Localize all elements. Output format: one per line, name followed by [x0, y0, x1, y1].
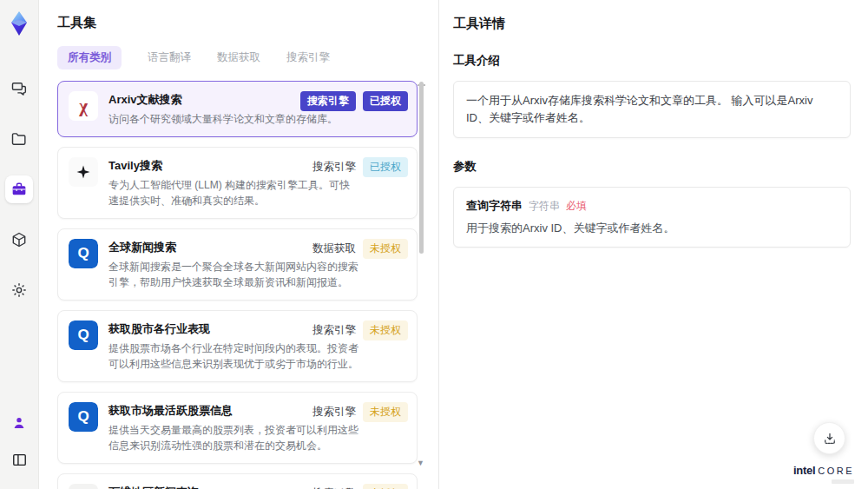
category-badge: 搜索引擎 [312, 323, 356, 338]
panel-toggle-icon [11, 452, 28, 468]
param-desc: 用于搜索的Arxiv ID、关键字或作者姓名。 [466, 221, 838, 236]
app-logo-icon[interactable] [6, 10, 32, 36]
gear-icon [10, 281, 28, 299]
tool-description: 全球新闻搜索是一个聚合全球各大新闻网站内容的搜索引擎，帮助用户快速获取全球最新资… [108, 259, 358, 290]
sidebar-item-chat[interactable] [5, 75, 33, 102]
auth-status-badge: 未授权 [363, 484, 408, 489]
tool-badges: 数据获取 未授权 [312, 239, 408, 259]
tool-card[interactable]: χ Q 获取市场最活跃股票信息 提供当天交易量最高的股票列表，投资者可以利用这些… [57, 392, 418, 464]
sidebar-item-packages[interactable] [5, 226, 33, 254]
intro-heading: 工具介绍 [453, 53, 851, 69]
category-tabs: 所有类别语言翻译数据获取搜索引擎 [57, 46, 438, 69]
tool-card[interactable]: χ Q 全球新闻搜索 全球新闻搜索是一个聚合全球各大新闻网站内容的搜索引擎，帮助… [57, 228, 418, 301]
tool-icon: χ Q [69, 484, 98, 489]
param-required-badge: 必填 [566, 199, 587, 214]
param-box: 查询字符串 字符串 必填 用于搜索的Arxiv ID、关键字或作者姓名。 [453, 187, 851, 248]
toolbox-icon [10, 181, 28, 198]
tool-card[interactable]: χ Q 获取股市各行业表现 提供股票市场各个行业在特定时间段内的表现。投资者可以… [57, 310, 418, 382]
auth-status-badge: 未授权 [363, 239, 408, 259]
category-badge: 搜索引擎 [312, 160, 356, 175]
tab-3[interactable]: 搜索引擎 [286, 46, 330, 69]
category-badge: 搜索引擎 [300, 91, 356, 111]
sidebar-item-collapse[interactable] [5, 446, 33, 473]
detail-panel: 工具详情 工具介绍 一个用于从Arxiv存储库搜索科学论文和文章的工具。 输入可… [438, 0, 868, 489]
tool-card[interactable]: χ Q Tavily搜索 专为人工智能代理 (LLM) 构建的搜索引擎工具。可快… [57, 147, 418, 219]
core-wordmark: CORE [818, 466, 854, 476]
intro-box: 一个用于从Arxiv存储库搜索科学论文和文章的工具。 输入可以是Arxiv ID… [453, 81, 851, 138]
tool-description: 提供股票市场各个行业在特定时间段内的表现。投资者可以利用这些信息来识别表现优于或… [108, 340, 358, 372]
param-name: 查询字符串 [466, 198, 523, 214]
news-q-logo-icon: Q [69, 402, 98, 432]
tool-list: χ Q Arxiv文献搜索 访问各个研究领域大量科学论文和文章的存储库。 [57, 81, 418, 489]
user-icon [11, 415, 27, 431]
app-window: 工具集 所有类别语言翻译数据获取搜索引擎 χ Q Arxiv文献搜索 [0, 0, 868, 489]
tool-badges: 搜索引擎 已授权 [300, 91, 408, 111]
package-icon [10, 231, 28, 248]
arxiv-logo-icon: χ [79, 97, 88, 116]
tool-description: 提供当天交易量最高的股票列表，投资者可以利用这些信息来识别流动性强的股票和潜在的… [108, 422, 358, 453]
news-q-logo-icon: Q [69, 239, 98, 268]
tool-icon: χ Q [69, 402, 98, 432]
tool-badges: 搜索引擎 未授权 [312, 320, 408, 340]
tool-badges: 搜索引擎 已授权 [312, 157, 408, 177]
params-heading: 参数 [453, 159, 851, 175]
sidebar-item-profile[interactable] [5, 409, 33, 437]
tool-badges: 搜索引擎 未授权 [312, 402, 408, 422]
tavily-sparkle-icon [76, 164, 91, 180]
tool-description: 访问各个研究领域大量科学论文和文章的存储库。 [108, 111, 358, 127]
scrollbar-thumb[interactable] [419, 82, 424, 254]
download-icon [822, 431, 838, 446]
intel-wordmark: intel [793, 464, 815, 477]
sidebar [0, 0, 39, 489]
tool-description: 专为人工智能代理 (LLM) 构建的搜索引擎工具。可快速提供实时、准确和真实的结… [108, 177, 358, 208]
tool-icon: χ Q [69, 239, 98, 268]
tool-icon: χ Q [69, 91, 98, 121]
tab-2[interactable]: 数据获取 [217, 46, 260, 69]
category-badge: 搜索引擎 [312, 405, 356, 420]
tool-badges: 搜索引擎 未授权 [312, 484, 408, 489]
sidebar-item-tools[interactable] [5, 175, 33, 203]
tab-0[interactable]: 所有类别 [57, 46, 122, 69]
intel-logo-reflection [832, 479, 854, 484]
tool-card[interactable]: χ Q Arxiv文献搜索 访问各个研究领域大量科学论文和文章的存储库。 [57, 81, 418, 137]
folder-icon [10, 130, 28, 148]
auth-status-badge: 未授权 [363, 320, 408, 340]
news-q-logo-icon: Q [69, 320, 98, 350]
chat-icon [10, 80, 28, 97]
auth-status-badge: 未授权 [363, 402, 408, 422]
building-icon [69, 484, 98, 489]
scrollbar-down-arrow[interactable]: ▼ [417, 459, 424, 467]
tab-1[interactable]: 语言翻译 [148, 46, 191, 69]
tool-icon: χ Q [69, 320, 98, 350]
param-type: 字符串 [529, 199, 560, 214]
category-badge: 数据获取 [312, 241, 356, 256]
intro-text: 一个用于从Arxiv存储库搜索科学论文和文章的工具。 输入可以是Arxiv ID… [466, 92, 838, 127]
page-title: 工具集 [57, 15, 438, 31]
tool-icon: χ Q [69, 157, 98, 187]
download-button[interactable] [813, 422, 845, 454]
detail-title: 工具详情 [453, 16, 851, 32]
sidebar-item-settings[interactable] [5, 276, 33, 304]
auth-status-badge: 已授权 [363, 157, 408, 177]
sidebar-item-files[interactable] [5, 125, 33, 153]
tools-panel: 工具集 所有类别语言翻译数据获取搜索引擎 χ Q Arxiv文献搜索 [39, 0, 438, 489]
intel-core-logo: intel CORE [793, 464, 854, 477]
auth-status-badge: 已授权 [363, 91, 408, 111]
tool-card[interactable]: χ Q 万维地区新闻查询 查询具体行政区划内的新闻，快速了解各地新闻动态 [57, 473, 418, 489]
